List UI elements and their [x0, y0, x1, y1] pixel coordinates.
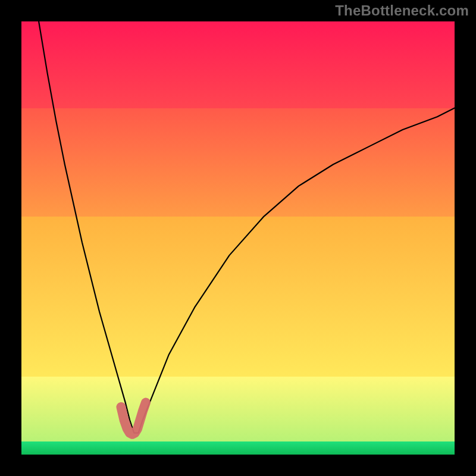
plot-background	[21, 21, 455, 455]
chart-container: TheBottleneck.com	[0, 0, 476, 476]
bottleneck-chart	[0, 0, 476, 476]
